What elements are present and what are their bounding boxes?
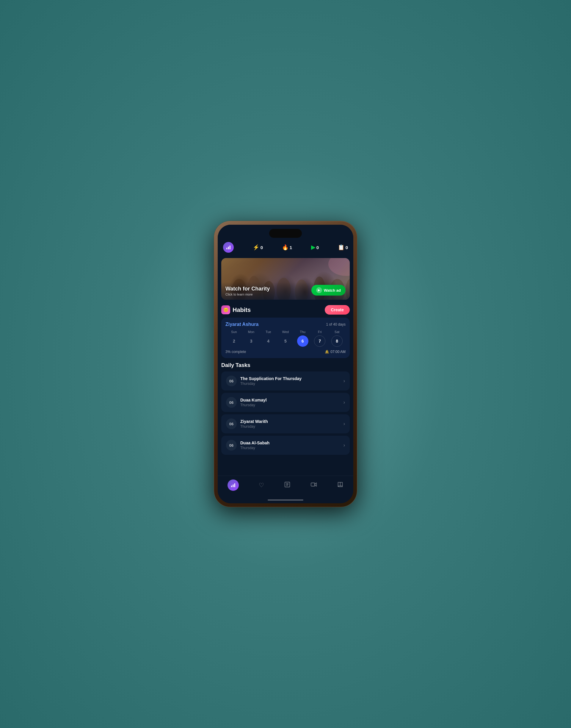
- day-label-thu: Thu: [297, 330, 309, 334]
- charity-banner[interactable]: Watch for Charity Click to learn more ▶ …: [221, 258, 350, 300]
- task-day-1: Thursday: [240, 381, 302, 386]
- task-item-1[interactable]: 06 The Supplication For Thursday Thursda…: [221, 371, 350, 390]
- task-day-4: Thursday: [240, 446, 269, 450]
- day-circle-3[interactable]: 3: [246, 336, 257, 347]
- phone-screen: ⚡ 0 🔥 1 ▶ 0 📋 0: [218, 225, 353, 503]
- fire-icon: 🔥: [282, 244, 289, 251]
- nav-home[interactable]: [224, 478, 242, 492]
- task-chevron-1: ›: [343, 378, 345, 384]
- habit-footer: 3% complete 🔔 07:00 AM: [225, 350, 346, 354]
- day-circle-4[interactable]: 4: [263, 336, 274, 347]
- progress-percent: 3% complete: [225, 350, 246, 354]
- scroll-content[interactable]: 😊 Habits Create Ziyarat Ashura 1 of 40 d…: [218, 302, 353, 476]
- phone-shell: ⚡ 0 🔥 1 ▶ 0 📋 0: [214, 221, 357, 507]
- habits-icon: 😊: [221, 305, 230, 314]
- clipboard-icon: 📋: [338, 244, 344, 251]
- create-habit-button[interactable]: Create: [325, 305, 350, 314]
- favorites-nav-icon: ♡: [259, 481, 264, 489]
- day-label-sat: Sat: [331, 330, 343, 334]
- home-nav-icon: [228, 479, 239, 491]
- task-chevron-3: ›: [343, 421, 345, 427]
- habits-left: 😊 Habits: [221, 305, 251, 314]
- task-number-1: 06: [226, 376, 237, 386]
- habit-name: Ziyarat Ashura: [225, 322, 258, 327]
- play-stat: ▶ 0: [311, 244, 319, 251]
- task-day-3: Thursday: [240, 425, 268, 429]
- video-nav-icon: [311, 481, 317, 489]
- task-number-4: 06: [226, 440, 237, 451]
- task-info-3: Ziyarat Warith Thursday: [240, 419, 268, 429]
- task-info-2: Duaa Kumayl Thursday: [240, 398, 267, 407]
- clipboard-value: 0: [346, 245, 348, 250]
- habit-card: Ziyarat Ashura 1 of 40 days Sun Mon Tue …: [221, 317, 350, 358]
- task-info-1: The Supplication For Thursday Thursday: [240, 376, 302, 386]
- svg-rect-2: [230, 246, 230, 249]
- task-left-1: 06 The Supplication For Thursday Thursda…: [226, 376, 302, 386]
- task-info-4: Duaa Al-Sabah Thursday: [240, 441, 269, 450]
- habits-header: 😊 Habits Create: [221, 305, 350, 314]
- habit-card-header: Ziyarat Ashura 1 of 40 days: [225, 322, 346, 327]
- svg-rect-14: [233, 484, 234, 487]
- day-label-wed: Wed: [279, 330, 292, 334]
- task-chevron-2: ›: [343, 400, 345, 405]
- watch-ad-button[interactable]: ▶ Watch ad: [311, 285, 346, 295]
- avatar-area[interactable]: [223, 242, 234, 253]
- nav-book[interactable]: [333, 480, 347, 490]
- day-circle-7[interactable]: 7: [314, 336, 325, 347]
- calendar-days-row: Sun Mon Tue Wed Thu Fri Sat: [225, 330, 346, 334]
- bottom-nav: ♡: [218, 476, 353, 497]
- home-indicator: [218, 497, 353, 503]
- task-number-3: 06: [226, 419, 237, 429]
- task-title-1: The Supplication For Thursday: [240, 376, 302, 381]
- day-label-tue: Tue: [262, 330, 274, 334]
- fire-value: 1: [290, 245, 292, 250]
- reminder-time: 🔔 07:00 AM: [325, 350, 346, 354]
- svg-rect-13: [231, 486, 232, 487]
- svg-rect-15: [234, 483, 235, 487]
- dynamic-island: [269, 229, 302, 238]
- svg-rect-0: [226, 248, 227, 249]
- task-left-4: 06 Duaa Al-Sabah Thursday: [226, 440, 269, 451]
- task-title-2: Duaa Kumayl: [240, 398, 267, 402]
- watch-ad-play-icon: ▶: [316, 287, 322, 293]
- daily-tasks-title: Daily Tasks: [221, 362, 350, 368]
- task-item-3[interactable]: 06 Ziyarat Warith Thursday ›: [221, 414, 350, 433]
- day-circle-8[interactable]: 8: [331, 336, 343, 347]
- habit-progress-label: 1 of 40 days: [326, 322, 346, 327]
- nav-quran[interactable]: [280, 480, 294, 490]
- svg-rect-1: [228, 247, 229, 249]
- bell-icon: 🔔: [325, 350, 329, 354]
- calendar-numbers-row: 2 3 4 5 6 7 8: [225, 336, 346, 347]
- day-label-sun: Sun: [228, 330, 240, 334]
- lightning-stat: ⚡ 0: [253, 244, 263, 251]
- quran-nav-icon: [284, 481, 291, 489]
- nav-video[interactable]: [307, 480, 321, 490]
- task-title-3: Ziyarat Warith: [240, 419, 268, 424]
- task-item-2[interactable]: 06 Duaa Kumayl Thursday ›: [221, 393, 350, 412]
- habits-section: 😊 Habits Create Ziyarat Ashura 1 of 40 d…: [221, 305, 350, 358]
- day-circle-6-active[interactable]: 6: [297, 336, 308, 347]
- play-value: 0: [317, 245, 319, 250]
- task-chevron-4: ›: [343, 443, 345, 448]
- svg-rect-19: [311, 483, 315, 486]
- day-label-fri: Fri: [314, 330, 326, 334]
- nav-favorites[interactable]: ♡: [255, 480, 268, 490]
- watch-ad-label: Watch ad: [324, 288, 341, 292]
- avatar-icon: [223, 242, 234, 253]
- task-item-4[interactable]: 06 Duaa Al-Sabah Thursday ›: [221, 436, 350, 455]
- task-title-4: Duaa Al-Sabah: [240, 441, 269, 445]
- day-label-mon: Mon: [245, 330, 257, 334]
- task-day-2: Thursday: [240, 403, 267, 407]
- task-number-2: 06: [226, 397, 237, 408]
- habits-title: Habits: [233, 306, 251, 313]
- fire-stat: 🔥 1: [282, 244, 292, 251]
- lightning-icon: ⚡: [253, 244, 259, 251]
- day-circle-2[interactable]: 2: [228, 336, 240, 347]
- day-circle-5[interactable]: 5: [280, 336, 291, 347]
- home-indicator-bar: [268, 499, 303, 500]
- task-left-3: 06 Ziyarat Warith Thursday: [226, 419, 268, 429]
- lightning-value: 0: [260, 245, 263, 250]
- book-nav-icon: [337, 481, 343, 489]
- task-left-2: 06 Duaa Kumayl Thursday: [226, 397, 267, 408]
- clipboard-stat: 📋 0: [338, 244, 348, 251]
